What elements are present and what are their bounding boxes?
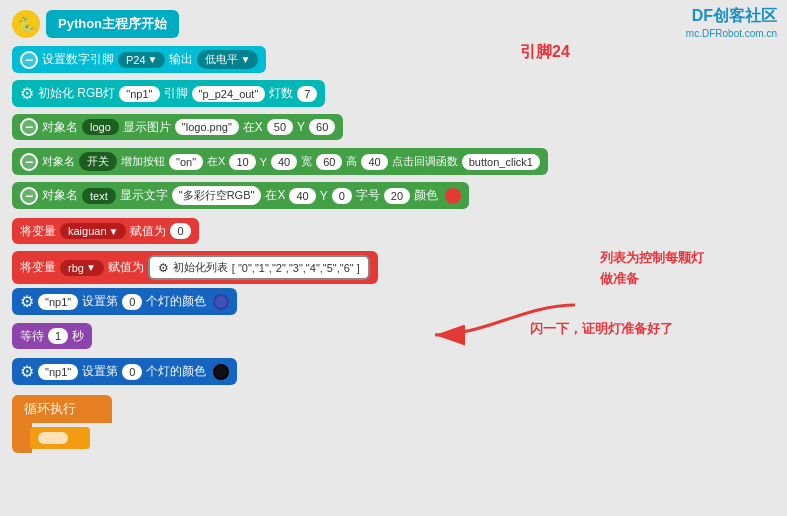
block-np1-color1-main: ⚙ "np1" 设置第 0 个灯的颜色 [12,288,237,315]
rgb-pin-val[interactable]: "p_p24_out" [192,86,266,102]
block-button[interactable]: − 对象名 开关 增加按钮 "on" 在X 10 Y 40 宽 60 高 40 … [12,148,548,175]
minus-icon-2[interactable]: − [20,118,38,136]
block-text[interactable]: − 对象名 text 显示文字 "多彩行空RGB" 在X 40 Y 0 字号 2… [12,182,469,209]
list-note-line2: 做准备 [600,269,704,290]
level-value[interactable]: 低电平 ▼ [197,50,258,69]
btn-w-val[interactable]: 60 [316,154,342,170]
btn-obj[interactable]: 开关 [79,152,117,171]
btn-cb-val[interactable]: button_click1 [462,154,540,170]
minus-icon[interactable]: − [20,51,38,69]
block-rgb-init[interactable]: ⚙ 初始化 RGB灯 "np1" 引脚 "p_p24_out" 灯数 7 [12,80,325,107]
logo-file-val[interactable]: "logo.png" [175,119,239,135]
rgb-count-val[interactable]: 7 [297,86,317,102]
rgb-icon: ⚙ [20,84,34,103]
logo-x-val[interactable]: 50 [267,119,293,135]
list-note-line1: 列表为控制每颗灯 [600,248,704,269]
watermark: DF创客社区 mc.DFRobot.com.cn [686,5,777,41]
block-logo[interactable]: − 对象名 logo 显示图片 "logo.png" 在X 50 Y 60 [12,114,343,140]
np1-name-2[interactable]: "np1" [38,364,78,380]
annotation-pin24: 引脚24 [520,42,570,63]
block-button-main: − 对象名 开关 增加按钮 "on" 在X 10 Y 40 宽 60 高 40 … [12,148,548,175]
minus-icon-4[interactable]: − [20,187,38,205]
np1-index-1[interactable]: 0 [122,294,142,310]
np1-color-dot-1[interactable] [213,294,229,310]
block-set-pin-main: − 设置数字引脚 P24 ▼ 输出 低电平 ▼ [12,46,266,73]
btn-y-val[interactable]: 40 [271,154,297,170]
neopixel-icon-1: ⚙ [20,292,34,311]
text-font-val[interactable]: 20 [384,188,410,204]
annotation-flash: 闪一下，证明灯准备好了 [530,320,673,338]
block-wait[interactable]: 等待 1 秒 [12,323,92,349]
text-x-val[interactable]: 40 [289,188,315,204]
block-var-rbg[interactable]: 将变量 rbg ▼ 赋值为 ⚙ 初始化列表 [ "0","1","2","3",… [12,251,378,284]
var-rbg-dropdown-icon: ▼ [86,262,96,273]
set-pin-label: 设置数字引脚 [42,51,114,68]
text-str-val[interactable]: "多彩行空RGB" [172,186,262,205]
init-list-box: ⚙ 初始化列表 [ "0","1","2","3","4","5","6" ] [148,255,370,280]
neopixel-icon-2: ⚙ [20,362,34,381]
block-logo-main: − 对象名 logo 显示图片 "logo.png" 在X 50 Y 60 [12,114,343,140]
var-kaiguan-name[interactable]: kaiguan ▼ [60,223,126,239]
minus-icon-3[interactable]: − [20,153,38,171]
block-var-kaiguan-main: 将变量 kaiguan ▼ 赋值为 0 [12,218,199,244]
pin-dropdown-icon: ▼ [148,54,158,65]
text-y-val[interactable]: 0 [332,188,352,204]
block-rgb-main: ⚙ 初始化 RGB灯 "np1" 引脚 "p_p24_out" 灯数 7 [12,80,325,107]
rgb-name-val[interactable]: "np1" [119,86,159,102]
btn-x-val[interactable]: 10 [229,154,255,170]
loop-block[interactable]: 循环执行 [12,395,112,453]
block-var-rbg-main: 将变量 rbg ▼ 赋值为 ⚙ 初始化列表 [ "0","1","2","3",… [12,251,378,284]
var-rbg-name[interactable]: rbg ▼ [60,260,104,276]
np1-color-dot-2[interactable] [213,364,229,380]
block-text-main: − 对象名 text 显示文字 "多彩行空RGB" 在X 40 Y 0 字号 2… [12,182,469,209]
loop-side [12,423,32,453]
btn-h-val[interactable]: 40 [361,154,387,170]
loop-inner-pill [38,432,68,444]
text-obj[interactable]: text [82,188,116,204]
np1-index-2[interactable]: 0 [122,364,142,380]
logo-y-val[interactable]: 60 [309,119,335,135]
python-header-label: Python主程序开始 [46,10,179,38]
list-gear-icon: ⚙ [158,261,169,275]
btn-on-val[interactable]: "on" [169,154,203,170]
block-np1-color2[interactable]: ⚙ "np1" 设置第 0 个灯的颜色 [12,358,237,385]
annotation-list: 列表为控制每颗灯 做准备 [600,248,704,290]
level-dropdown-icon: ▼ [240,54,250,65]
block-np1-color1[interactable]: ⚙ "np1" 设置第 0 个灯的颜色 [12,288,237,315]
dir-label: 输出 [169,51,193,68]
list-values[interactable]: [ "0","1","2","3","4","5","6" ] [232,262,360,274]
df-logo-text: DF创客社区 [686,5,777,27]
block-var-kaiguan[interactable]: 将变量 kaiguan ▼ 赋值为 0 [12,218,199,244]
block-np1-color2-main: ⚙ "np1" 设置第 0 个灯的颜色 [12,358,237,385]
wait-val[interactable]: 1 [48,328,68,344]
df-url: mc.DFRobot.com.cn [686,27,777,41]
logo-obj[interactable]: logo [82,119,119,135]
var-kaiguan-val[interactable]: 0 [170,223,190,239]
loop-label: 循环执行 [12,395,112,423]
python-header: 🐍 Python主程序开始 [12,10,179,38]
np1-name-1[interactable]: "np1" [38,294,78,310]
block-wait-main: 等待 1 秒 [12,323,92,349]
pin-value[interactable]: P24 ▼ [118,52,165,68]
python-snake-icon: 🐍 [12,10,40,38]
loop-inner-block [30,427,90,449]
text-color-dot[interactable] [445,188,461,204]
main-area: DF创客社区 mc.DFRobot.com.cn 引脚24 列表为控制每颗灯 做… [0,0,787,516]
var-dropdown-icon: ▼ [109,226,119,237]
block-set-pin[interactable]: − 设置数字引脚 P24 ▼ 输出 低电平 ▼ [12,46,266,73]
